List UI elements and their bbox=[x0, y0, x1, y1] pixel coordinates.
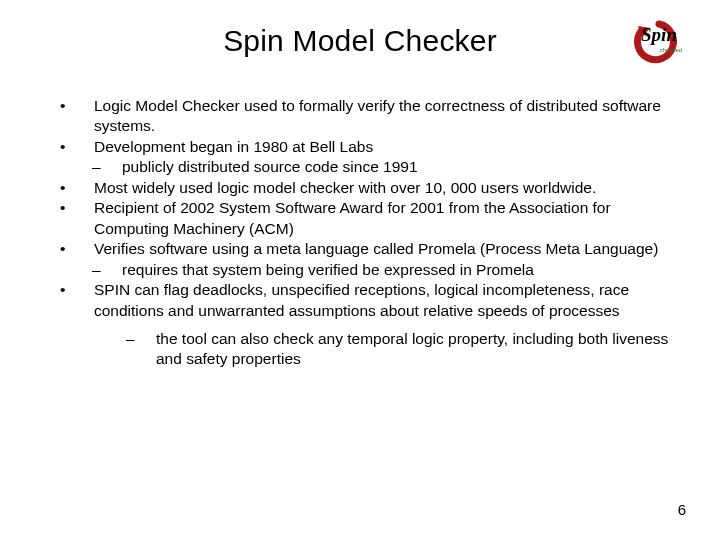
dash-icon: – bbox=[92, 260, 122, 280]
bullet-text: SPIN can flag deadlocks, unspecified rec… bbox=[94, 280, 670, 321]
bullet-text: Verifies software using a meta language … bbox=[94, 239, 670, 259]
list-item: • SPIN can flag deadlocks, unspecified r… bbox=[58, 280, 670, 321]
list-subitem: – requires that system being verified be… bbox=[92, 260, 670, 280]
bullet-text: Most widely used logic model checker wit… bbox=[94, 178, 670, 198]
bullet-text: Recipient of 2002 System Software Award … bbox=[94, 198, 670, 239]
body-content: • Logic Model Checker used to formally v… bbox=[58, 96, 670, 370]
list-subitem: – publicly distributed source code since… bbox=[92, 157, 670, 177]
bullet-icon: • bbox=[58, 178, 94, 198]
bullet-icon: • bbox=[58, 137, 94, 157]
bullet-icon: • bbox=[58, 96, 94, 137]
list-item: • Most widely used logic model checker w… bbox=[58, 178, 670, 198]
bullet-icon: • bbox=[58, 198, 94, 239]
list-subitem: – the tool can also check any temporal l… bbox=[126, 329, 670, 370]
dash-icon: – bbox=[92, 157, 122, 177]
bullet-text: Development began in 1980 at Bell Labs bbox=[94, 137, 670, 157]
list-item: • Recipient of 2002 System Software Awar… bbox=[58, 198, 670, 239]
list-item: • Development began in 1980 at Bell Labs bbox=[58, 137, 670, 157]
sub-text: publicly distributed source code since 1… bbox=[122, 157, 670, 177]
dash-icon: – bbox=[126, 329, 156, 370]
slide: Spin Model Checker Spin checked • Logic … bbox=[0, 0, 720, 540]
page-title: Spin Model Checker bbox=[0, 24, 720, 58]
bullet-text: Logic Model Checker used to formally ver… bbox=[94, 96, 670, 137]
page-number: 6 bbox=[678, 501, 686, 518]
list-item: • Logic Model Checker used to formally v… bbox=[58, 96, 670, 137]
bullet-icon: • bbox=[58, 280, 94, 321]
list-item: • Verifies software using a meta languag… bbox=[58, 239, 670, 259]
logo-tag: checked bbox=[660, 47, 682, 53]
spin-logo: Spin checked bbox=[626, 18, 692, 66]
sub-text: the tool can also check any temporal log… bbox=[156, 329, 670, 370]
sub-text: requires that system being verified be e… bbox=[122, 260, 670, 280]
logo-word: Spin bbox=[641, 24, 677, 45]
bullet-icon: • bbox=[58, 239, 94, 259]
